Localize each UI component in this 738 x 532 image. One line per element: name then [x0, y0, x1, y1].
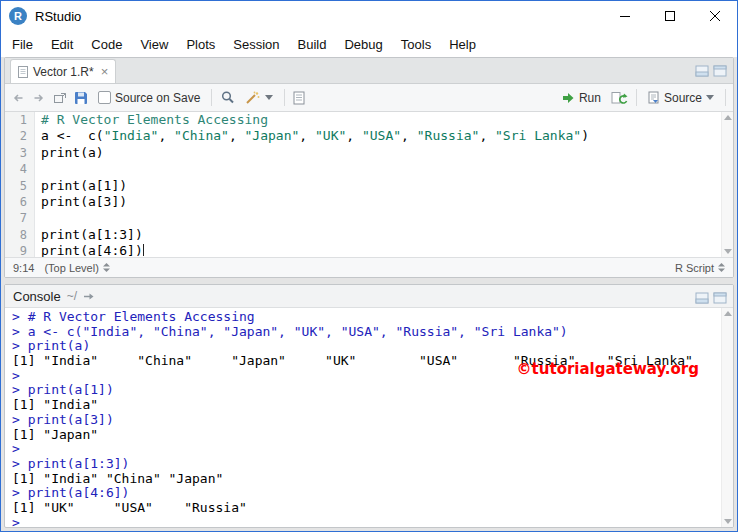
minimize-button[interactable]	[602, 1, 647, 31]
working-directory-path: ~/	[67, 289, 77, 303]
tab-vector1[interactable]: Vector 1.R* ×	[10, 59, 116, 83]
console-title: Console	[13, 289, 61, 304]
line-number: 2	[5, 128, 35, 144]
code-editor[interactable]: 1# R Vector Elements Accessing2a <- c("I…	[5, 112, 733, 257]
scope-selector[interactable]: (Top Level)	[44, 262, 109, 274]
line-number: 8	[5, 227, 35, 243]
code-tools-button[interactable]	[242, 89, 276, 107]
magic-wand-icon	[245, 91, 261, 105]
code-text	[35, 210, 41, 226]
menu-build[interactable]: Build	[289, 33, 336, 56]
minimize-pane-icon[interactable]	[695, 63, 709, 81]
menu-plots[interactable]: Plots	[177, 33, 224, 56]
scroll-up-icon[interactable]	[724, 115, 732, 120]
code-text	[35, 161, 41, 177]
console-line: [1] "India" "China" "Japan"	[12, 472, 733, 487]
menu-help[interactable]: Help	[440, 33, 485, 56]
menu-edit[interactable]: Edit	[42, 33, 82, 56]
editor-line[interactable]: 6print(a[3])	[5, 194, 733, 210]
console-lines: > # R Vector Elements Accessing> a <- c(…	[12, 310, 733, 527]
code-text: print(a[3])	[35, 194, 127, 210]
menu-view[interactable]: View	[131, 33, 177, 56]
code-text: print(a)	[35, 145, 104, 161]
close-button[interactable]	[692, 1, 737, 31]
editor-lines: 1# R Vector Elements Accessing2a <- c("I…	[5, 112, 733, 257]
console-scrollbar[interactable]	[721, 308, 733, 527]
console-line: [1] "Japan"	[12, 428, 733, 443]
window-title: RStudio	[35, 9, 81, 24]
editor-scrollbar[interactable]	[721, 112, 733, 257]
editor-line[interactable]: 3print(a)	[5, 145, 733, 161]
menu-debug[interactable]: Debug	[335, 33, 391, 56]
open-in-new-window-icon[interactable]	[53, 92, 67, 104]
console-output[interactable]: > # R Vector Elements Accessing> a <- c(…	[5, 308, 733, 527]
source-label: Source	[664, 91, 702, 105]
rstudio-window: R RStudio FileEditCodeViewPlotsSessionBu…	[0, 0, 738, 532]
search-icon[interactable]	[220, 90, 235, 105]
editor-line[interactable]: 8print(a[1:3])	[5, 227, 733, 243]
goto-directory-icon[interactable]	[83, 287, 95, 305]
editor-line[interactable]: 4	[5, 161, 733, 177]
toolbar-separator	[725, 89, 726, 106]
maximize-pane-icon[interactable]	[713, 63, 727, 81]
editor-line[interactable]: 7	[5, 210, 733, 226]
menu-file[interactable]: File	[3, 33, 42, 56]
back-icon[interactable]	[11, 92, 25, 104]
source-on-save-label[interactable]: Source on Save	[115, 91, 200, 105]
scope-label: (Top Level)	[44, 262, 98, 274]
file-type-selector[interactable]: R Script	[675, 262, 725, 274]
menu-session[interactable]: Session	[224, 33, 288, 56]
console-line: > # R Vector Elements Accessing	[12, 310, 733, 325]
editor-line[interactable]: 1# R Vector Elements Accessing	[5, 112, 733, 128]
run-button[interactable]: Run	[558, 89, 604, 107]
menu-tools[interactable]: Tools	[392, 33, 440, 56]
chevron-down-icon	[265, 95, 273, 100]
forward-icon[interactable]	[32, 92, 46, 104]
scroll-down-icon[interactable]	[724, 249, 732, 254]
code-text: # R Vector Elements Accessing	[35, 112, 268, 128]
file-type-label: R Script	[675, 262, 714, 274]
source-on-save-checkbox[interactable]	[98, 91, 111, 104]
watermark: ©tutorialgateway.org	[517, 360, 699, 378]
title-bar: R RStudio	[1, 1, 737, 31]
run-icon	[561, 92, 575, 104]
run-label: Run	[579, 91, 601, 105]
source-pane-buttons	[695, 63, 727, 81]
scroll-up-icon[interactable]	[724, 311, 732, 316]
source-on-save-toggle: Source on Save	[95, 89, 203, 107]
editor-line[interactable]: 5print(a[1])	[5, 178, 733, 194]
compile-report-icon[interactable]	[293, 91, 305, 105]
minimize-pane-icon[interactable]	[695, 290, 709, 308]
console-header: Console ~/	[5, 285, 733, 308]
save-icon[interactable]	[74, 91, 88, 105]
toolbar-separator	[284, 89, 285, 106]
rerun-icon[interactable]	[611, 91, 628, 105]
source-pane: Vector 1.R* × Source on Save	[4, 57, 734, 278]
toolbar-separator	[211, 89, 212, 106]
console-line: > print(a)	[12, 339, 733, 354]
maximize-button[interactable]	[647, 1, 692, 31]
scroll-down-icon[interactable]	[724, 519, 732, 524]
code-text: print(a[1])	[35, 178, 127, 194]
source-doc-icon	[648, 91, 660, 104]
code-text: a <- c("India", "China", "Japan", "UK", …	[35, 128, 589, 144]
line-number: 3	[5, 145, 35, 161]
editor-status-bar: 9:14 (Top Level) R Script	[5, 257, 733, 277]
editor-line[interactable]: 2a <- c("India", "China", "Japan", "UK",…	[5, 128, 733, 144]
workspace: Vector 1.R* × Source on Save	[1, 57, 737, 531]
source-button[interactable]: Source	[645, 89, 717, 107]
console-pane: Console ~/ > # R Vector Elements Accessi…	[4, 284, 734, 528]
updown-chevron-icon	[718, 262, 725, 274]
line-number: 4	[5, 161, 35, 177]
editor-line[interactable]: 9print(a[4:6])	[5, 243, 733, 257]
text-cursor	[143, 244, 144, 256]
menu-bar: FileEditCodeViewPlotsSessionBuildDebugTo…	[1, 31, 737, 57]
close-tab-icon[interactable]: ×	[101, 65, 109, 78]
code-text: print(a[4:6])	[35, 243, 144, 257]
menu-code[interactable]: Code	[82, 33, 131, 56]
editor-toolbar: Source on Save Run	[5, 84, 733, 112]
line-number: 9	[5, 243, 35, 257]
maximize-pane-icon[interactable]	[713, 290, 727, 308]
line-number: 7	[5, 210, 35, 226]
window-controls	[602, 1, 737, 31]
